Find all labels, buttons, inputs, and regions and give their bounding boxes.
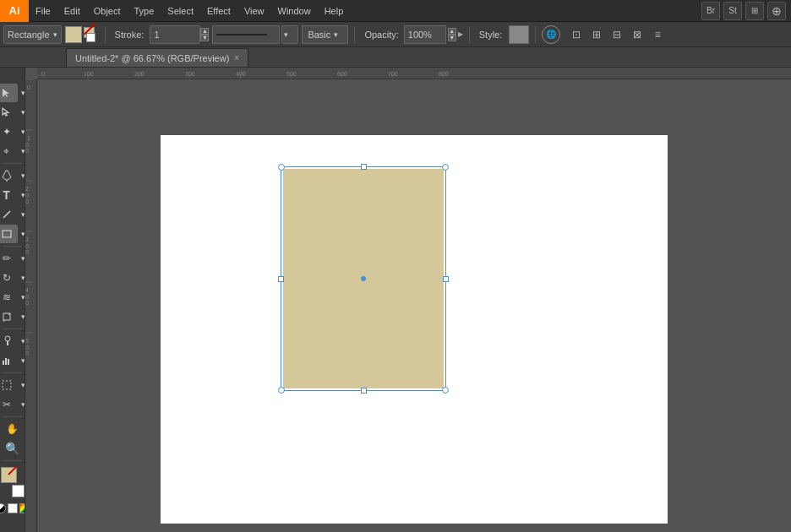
select-tool-arrow[interactable]: ▾ <box>18 84 26 102</box>
svg-rect-11 <box>5 358 7 365</box>
ruler-vertical: 0 1 0 0 2 0 0 3 0 0 4 0 0 5 0 0 <box>25 79 37 532</box>
stroke-up[interactable]: ▲ <box>200 28 209 35</box>
select-tool[interactable] <box>0 84 18 102</box>
line-tool[interactable] <box>0 205 18 224</box>
arrange-icon[interactable]: ⊡ <box>567 25 586 44</box>
symbol-tool[interactable] <box>0 332 18 350</box>
sep2 <box>354 26 355 43</box>
opacity-up[interactable]: ▲ <box>448 28 456 35</box>
graph-tool[interactable] <box>0 351 18 370</box>
direct-select-arrow[interactable]: ▾ <box>18 103 26 122</box>
tools-separator-1 <box>3 163 22 164</box>
svg-text:1: 1 <box>27 135 30 141</box>
align-center-icon[interactable]: ⊠ <box>628 25 646 44</box>
svg-text:200: 200 <box>134 71 145 77</box>
slice-tool[interactable]: ✂ <box>0 395 18 414</box>
menu-edit[interactable]: Edit <box>57 0 87 21</box>
style-box[interactable] <box>509 25 529 44</box>
menu-right-icons: Br St ⊞ ⊕ <box>701 2 791 20</box>
fill-color-box[interactable] <box>65 26 82 43</box>
rectangle-object[interactable] <box>283 169 444 388</box>
line-preview[interactable] <box>212 25 280 44</box>
zoom-tool[interactable]: 🔍 <box>2 439 24 458</box>
rectangle-arrow[interactable]: ▾ <box>18 225 26 243</box>
symbol-arrow[interactable]: ▾ <box>18 332 26 350</box>
tools-separator-2 <box>3 246 22 247</box>
stroke-value[interactable]: 1 <box>150 25 200 44</box>
menu-view[interactable]: View <box>237 0 271 21</box>
lasso-arrow[interactable]: ▾ <box>18 142 26 160</box>
more-icon[interactable]: ≡ <box>648 25 667 44</box>
menu-select[interactable]: Select <box>161 0 200 21</box>
basic-dropdown[interactable]: Basic ▾ <box>302 25 348 44</box>
none-btn[interactable] <box>8 503 18 513</box>
canvas-area[interactable]: 0 100 200 300 400 500 600 700 800 <box>25 68 791 532</box>
direct-select-tool[interactable] <box>0 103 18 122</box>
pen-tool[interactable] <box>0 166 18 185</box>
transform-icon[interactable]: ⊞ <box>587 25 606 44</box>
bridge-icon[interactable]: Br <box>701 2 720 20</box>
warp-tool[interactable]: ≋ <box>0 288 18 307</box>
opacity-label: Opacity: <box>361 30 401 40</box>
main-area: ▾ ▾ ✦ ▾ ⌖ ▾ ▾ T ▾ <box>0 68 791 532</box>
menu-file[interactable]: File <box>29 0 57 21</box>
svg-text:0: 0 <box>25 148 29 154</box>
document-tab[interactable]: Untitled-2* @ 66.67% (RGB/Preview) × <box>66 48 248 67</box>
slice-group: ✂ ▾ <box>0 395 25 414</box>
rectangle-tool[interactable] <box>0 225 18 243</box>
opacity-down[interactable]: ▼ <box>448 35 456 41</box>
scale-group: ▾ <box>0 307 25 326</box>
color-mode-btn[interactable] <box>0 503 6 513</box>
magic-wand-tool[interactable]: ✦ <box>0 122 18 141</box>
svg-text:500: 500 <box>286 71 297 77</box>
stock-icon[interactable]: St <box>723 2 742 20</box>
opacity-expand[interactable]: ▶ <box>458 30 463 38</box>
search-icon[interactable]: ⊕ <box>767 2 786 20</box>
globe-icon[interactable]: 🌐 <box>542 25 560 44</box>
tab-bar: Untitled-2* @ 66.67% (RGB/Preview) × <box>0 47 791 68</box>
stroke-down[interactable]: ▼ <box>200 35 209 41</box>
grid-arrange-icon[interactable]: ⊞ <box>745 2 764 20</box>
artboard-arrow[interactable]: ▾ <box>18 376 26 394</box>
graph-group: ▾ <box>0 351 25 370</box>
menu-window[interactable]: Window <box>271 0 318 21</box>
rotate-tool[interactable]: ↻ <box>0 269 18 287</box>
scale-arrow[interactable]: ▾ <box>18 307 26 326</box>
stroke-color-icon[interactable] <box>84 27 99 42</box>
sep1 <box>105 26 106 43</box>
pen-arrow[interactable]: ▾ <box>18 166 26 185</box>
gradient-btn[interactable] <box>19 503 26 513</box>
svg-rect-4 <box>3 231 11 237</box>
tab-close-button[interactable]: × <box>234 53 239 62</box>
line-style-dropdown[interactable]: ▾ <box>281 25 298 44</box>
menu-bar: Ai File Edit Object Type Select Effect V… <box>0 0 791 22</box>
rotate-arrow[interactable]: ▾ <box>18 269 26 287</box>
artboard-tool[interactable] <box>0 376 18 394</box>
svg-text:0: 0 <box>25 294 29 300</box>
menu-help[interactable]: Help <box>318 0 351 21</box>
warp-arrow[interactable]: ▾ <box>18 288 26 307</box>
slice-arrow[interactable]: ▾ <box>18 395 26 414</box>
graph-arrow[interactable]: ▾ <box>18 351 26 370</box>
scale-tool[interactable] <box>0 307 18 326</box>
menu-object[interactable]: Object <box>87 0 128 21</box>
rectangle-group: ▾ <box>0 225 25 243</box>
menu-type[interactable]: Type <box>128 0 161 21</box>
type-arrow[interactable]: ▾ <box>18 186 26 204</box>
opacity-value[interactable]: 100% <box>404 25 446 44</box>
pencil-group: ✏ ▾ <box>0 249 25 268</box>
type-tool[interactable]: T <box>0 186 18 204</box>
shape-dropdown[interactable]: Rectangle ▾ <box>3 25 62 44</box>
line-arrow[interactable]: ▾ <box>18 205 26 224</box>
pencil-tool[interactable]: ✏ <box>0 249 18 268</box>
align-left-icon[interactable]: ⊟ <box>608 25 626 44</box>
svg-text:300: 300 <box>185 71 195 77</box>
stroke-color-swatch[interactable] <box>12 485 25 497</box>
lasso-tool[interactable]: ⌖ <box>0 142 18 160</box>
hand-tool[interactable]: ✋ <box>2 420 24 438</box>
svg-text:3: 3 <box>25 236 29 242</box>
menu-effect[interactable]: Effect <box>200 0 237 21</box>
pencil-arrow[interactable]: ▾ <box>18 249 26 268</box>
svg-text:400: 400 <box>236 71 246 77</box>
magic-wand-arrow[interactable]: ▾ <box>18 122 26 141</box>
